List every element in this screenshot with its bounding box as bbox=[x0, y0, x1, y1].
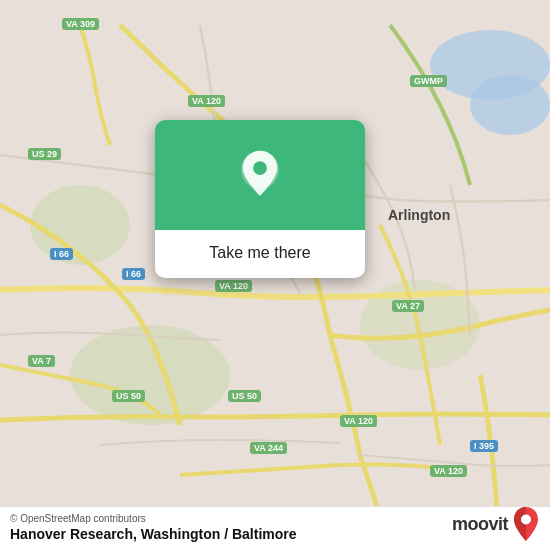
road-badge-va120: VA 120 bbox=[340, 415, 377, 427]
svg-point-8 bbox=[521, 515, 531, 525]
popup-button-area: Take me there bbox=[155, 230, 365, 278]
road-badge-i66: I 66 bbox=[122, 268, 145, 280]
popup-header bbox=[155, 120, 365, 230]
road-badge-va7: VA 7 bbox=[28, 355, 55, 367]
moovit-pin-icon bbox=[512, 506, 540, 542]
road-badge-va120: VA 120 bbox=[430, 465, 467, 477]
moovit-logo: moovit bbox=[452, 506, 540, 542]
map-container: Arlington VA 309VA 120VA 120VA 120VA 120… bbox=[0, 0, 550, 550]
road-badge-va244: VA 244 bbox=[250, 442, 287, 454]
road-badge-us29: US 29 bbox=[28, 148, 61, 160]
popup-card: Take me there bbox=[155, 120, 365, 278]
road-badge-va27: VA 27 bbox=[392, 300, 424, 312]
road-badge-i66: I 66 bbox=[50, 248, 73, 260]
svg-point-7 bbox=[253, 161, 267, 175]
road-badge-us50: US 50 bbox=[112, 390, 145, 402]
road-badge-va120: VA 120 bbox=[188, 95, 225, 107]
take-me-there-button[interactable]: Take me there bbox=[169, 240, 351, 266]
road-badge-us50: US 50 bbox=[228, 390, 261, 402]
moovit-text: moovit bbox=[452, 514, 508, 535]
svg-point-1 bbox=[470, 75, 550, 135]
road-badge-va309: VA 309 bbox=[62, 18, 99, 30]
road-badge-va120: VA 120 bbox=[215, 280, 252, 292]
road-badge-gwmp: GWMP bbox=[410, 75, 447, 87]
location-pin-icon bbox=[234, 149, 286, 201]
road-badge-i395: I 395 bbox=[470, 440, 498, 452]
svg-text:Arlington: Arlington bbox=[388, 207, 450, 223]
